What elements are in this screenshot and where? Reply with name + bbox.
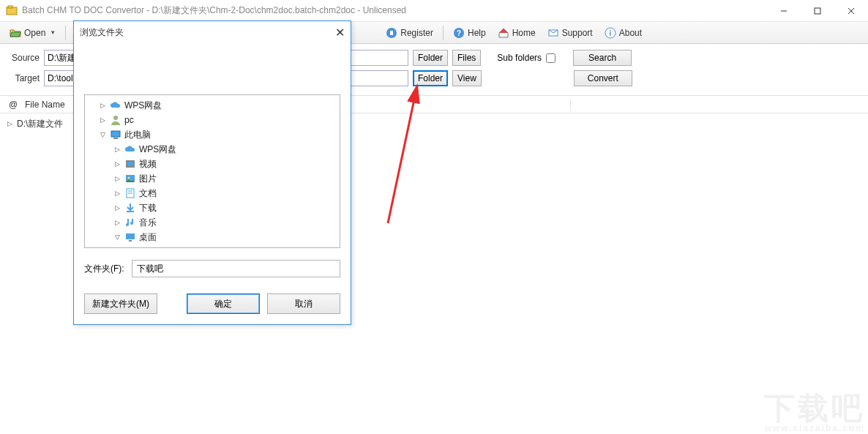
cloud-icon bbox=[124, 143, 136, 155]
collapse-icon[interactable]: ▽ bbox=[113, 233, 121, 241]
svg-point-15 bbox=[113, 116, 118, 120]
cloud-icon bbox=[110, 100, 121, 111]
home-button[interactable]: Home bbox=[493, 24, 541, 42]
computer-icon bbox=[110, 129, 121, 141]
pictures-icon bbox=[124, 173, 136, 184]
music-icon bbox=[124, 217, 136, 228]
files-button[interactable]: Files bbox=[452, 50, 481, 66]
target-label: Target bbox=[7, 73, 40, 83]
open-button[interactable]: Open ▼ bbox=[4, 24, 61, 42]
svg-text:?: ? bbox=[457, 29, 461, 37]
about-label: About bbox=[619, 28, 642, 38]
expand-icon[interactable]: ▷ bbox=[113, 219, 121, 226]
home-icon bbox=[498, 27, 509, 39]
app-icon bbox=[6, 5, 18, 17]
svg-rect-27 bbox=[129, 240, 132, 242]
separator bbox=[65, 26, 66, 40]
view-button[interactable]: View bbox=[452, 70, 482, 86]
expand-icon[interactable]: ▷ bbox=[113, 204, 121, 212]
expand-icon[interactable]: ▷ bbox=[98, 102, 107, 109]
info-icon: i bbox=[605, 27, 616, 39]
subfolders-label: Sub folders bbox=[497, 53, 542, 63]
expand-icon[interactable]: ▷ bbox=[113, 160, 121, 168]
tree-label: 下载 bbox=[139, 202, 157, 214]
folder-name-input[interactable] bbox=[132, 260, 340, 277]
help-label: Help bbox=[468, 28, 486, 38]
folder-open-icon bbox=[10, 27, 21, 39]
support-button[interactable]: Support bbox=[542, 24, 598, 42]
tree-label: 音乐 bbox=[139, 217, 157, 229]
svg-rect-17 bbox=[113, 138, 118, 139]
svg-text:i: i bbox=[609, 29, 611, 37]
register-label: Register bbox=[400, 28, 433, 38]
source-folder-button[interactable]: Folder bbox=[413, 50, 448, 66]
tree-label: WPS网盘 bbox=[139, 143, 176, 156]
expand-icon: ▷ bbox=[7, 120, 12, 127]
home-label: Home bbox=[512, 28, 536, 38]
close-button[interactable] bbox=[834, 0, 868, 22]
tree-label: 桌面 bbox=[139, 231, 157, 244]
svg-rect-3 bbox=[815, 8, 820, 14]
cancel-button[interactable]: 取消 bbox=[267, 293, 340, 314]
expand-icon[interactable]: ▷ bbox=[98, 116, 107, 124]
target-folder-button[interactable]: Folder bbox=[413, 70, 448, 86]
document-icon bbox=[124, 187, 136, 199]
separator bbox=[443, 26, 444, 40]
tree-label: WPS网盘 bbox=[124, 100, 162, 112]
source-label: Source bbox=[7, 53, 40, 63]
tree-label: 文档 bbox=[139, 187, 157, 200]
svg-rect-19 bbox=[127, 162, 133, 166]
help-button[interactable]: ? Help bbox=[448, 24, 491, 42]
help-icon: ? bbox=[453, 27, 465, 39]
support-label: Support bbox=[562, 28, 593, 38]
chevron-down-icon: ▼ bbox=[50, 29, 56, 36]
tree-label: 视频 bbox=[139, 158, 157, 171]
collapse-icon[interactable]: ▽ bbox=[98, 131, 107, 138]
watermark: 下载吧 www.xiazaiba.com bbox=[764, 393, 865, 433]
dialog-title: 浏览文件夹 bbox=[80, 26, 124, 39]
subfolders-checkbox[interactable] bbox=[546, 53, 555, 63]
ok-button[interactable]: 确定 bbox=[187, 293, 260, 314]
about-button[interactable]: i About bbox=[599, 24, 647, 42]
expand-icon[interactable]: ▷ bbox=[113, 175, 121, 182]
maximize-button[interactable] bbox=[801, 0, 834, 22]
expand-icon[interactable]: ▷ bbox=[113, 146, 121, 153]
title-bar: Batch CHM TO DOC Convertor - D:\新建文件夹\Ch… bbox=[0, 0, 868, 22]
svg-rect-9 bbox=[390, 31, 393, 35]
tree-label: 此电脑 bbox=[124, 129, 151, 141]
tree-label: pc bbox=[124, 115, 134, 125]
svg-point-21 bbox=[128, 177, 130, 179]
watermark-sub: www.xiazaiba.com bbox=[764, 424, 865, 433]
register-icon bbox=[386, 27, 397, 39]
folder-name-label: 文件夹(F): bbox=[84, 263, 124, 275]
svg-rect-26 bbox=[126, 233, 135, 239]
register-button[interactable]: Register bbox=[381, 24, 438, 42]
dialog-close-button[interactable]: ✕ bbox=[335, 26, 345, 40]
tree-label: 图片 bbox=[139, 173, 157, 185]
open-label: Open bbox=[24, 28, 45, 38]
download-icon bbox=[124, 202, 136, 214]
browse-folder-dialog: 浏览文件夹 ✕ ▷WPS网盘 ▷pc ▽此电脑 ▷WPS网盘 ▷视频 ▷图片 ▷… bbox=[73, 20, 351, 325]
window-title: Batch CHM TO DOC Convertor - D:\新建文件夹\Ch… bbox=[22, 4, 767, 17]
support-icon bbox=[547, 27, 559, 39]
svg-rect-1 bbox=[8, 6, 12, 8]
col-marker[interactable]: @ bbox=[4, 100, 22, 110]
user-icon bbox=[110, 114, 121, 126]
new-folder-button[interactable]: 新建文件夹(M) bbox=[84, 293, 157, 314]
item-path: D:\新建文件 bbox=[17, 118, 63, 130]
desktop-icon bbox=[124, 231, 136, 243]
minimize-button[interactable] bbox=[767, 0, 801, 22]
convert-button[interactable]: Convert bbox=[574, 70, 632, 86]
video-icon bbox=[124, 158, 136, 170]
search-button[interactable]: Search bbox=[573, 50, 632, 66]
expand-icon[interactable]: ▷ bbox=[113, 190, 121, 197]
svg-rect-16 bbox=[111, 131, 120, 137]
folder-tree[interactable]: ▷WPS网盘 ▷pc ▽此电脑 ▷WPS网盘 ▷视频 ▷图片 ▷文档 ▷下载 ▷… bbox=[84, 94, 340, 248]
watermark-main: 下载吧 bbox=[764, 393, 865, 424]
